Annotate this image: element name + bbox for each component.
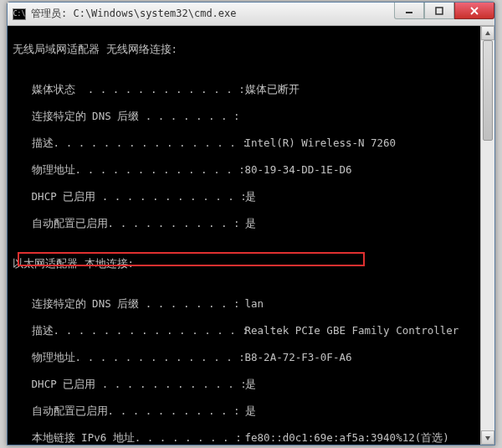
- section-header-wlan: 无线局域网适配器 无线网络连接:: [13, 43, 489, 56]
- svg-marker-5: [485, 436, 490, 440]
- output-line: 描述. . . . . . . . . . . . . . . : Realte…: [13, 324, 489, 337]
- close-button[interactable]: [454, 3, 494, 19]
- minimize-button[interactable]: [394, 3, 424, 19]
- window-controls: [394, 3, 494, 25]
- scroll-thumb[interactable]: [483, 40, 493, 141]
- output-line: 连接特定的 DNS 后缀 . . . . . . . :: [13, 110, 489, 123]
- vertical-scrollbar[interactable]: [480, 26, 494, 445]
- output-line: 描述. . . . . . . . . . . . . . . : Intel(…: [13, 136, 489, 150]
- output-line: DHCP 已启用 . . . . . . . . . . . : 是: [13, 190, 489, 203]
- svg-rect-1: [436, 8, 443, 14]
- output-line: 本地链接 IPv6 地址. . . . . . . . : fe80::d0c1…: [13, 431, 489, 445]
- maximize-button[interactable]: [424, 3, 454, 19]
- scroll-down-button[interactable]: [481, 430, 494, 445]
- output-line: DHCP 已启用 . . . . . . . . . . . : 是: [13, 378, 489, 391]
- output-line: 媒体状态 . . . . . . . . . . . . : 媒体已断开: [13, 83, 489, 96]
- cmd-icon: C:\: [13, 8, 26, 20]
- console-output[interactable]: 无线局域网适配器 无线网络连接: 媒体状态 . . . . . . . . . …: [8, 26, 494, 445]
- output-line: 连接特定的 DNS 后缀 . . . . . . . : lan: [13, 297, 489, 311]
- scroll-up-button[interactable]: [481, 26, 494, 40]
- output-line: 物理地址. . . . . . . . . . . . . : 80-19-34…: [13, 163, 489, 177]
- window-title: 管理员: C:\Windows\system32\cmd.exe: [31, 7, 394, 21]
- output-line: 自动配置已启用. . . . . . . . . . : 是: [13, 404, 489, 418]
- scroll-track[interactable]: [481, 40, 494, 430]
- cmd-window: C:\ 管理员: C:\Windows\system32\cmd.exe 无线局…: [7, 2, 495, 445]
- svg-marker-4: [485, 31, 490, 35]
- titlebar[interactable]: C:\ 管理员: C:\Windows\system32\cmd.exe: [8, 3, 494, 26]
- output-line: 物理地址. . . . . . . . . . . . . : B8-2A-72…: [13, 351, 489, 364]
- output-line: 自动配置已启用. . . . . . . . . . : 是: [13, 217, 489, 230]
- section-header-ethernet: 以太网适配器 本地连接:: [13, 257, 489, 270]
